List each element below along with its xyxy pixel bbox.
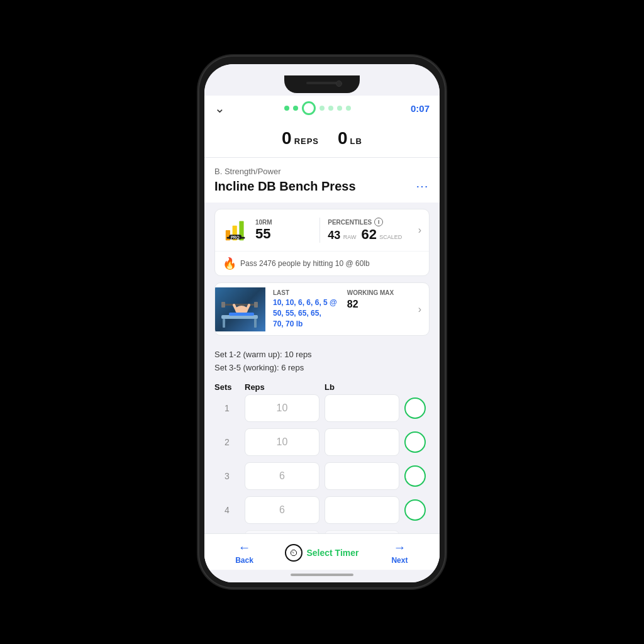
history-card[interactable]: LAST 10, 10, 6, 6, 6, 5 @50, 55, 65, 65,… [214, 282, 430, 336]
svg-rect-13 [254, 302, 258, 308]
lb-input-2[interactable] [325, 428, 399, 456]
set-number-4: 4 [214, 505, 240, 515]
notch [284, 75, 360, 93]
timer-label: Select Timer [306, 548, 358, 558]
svg-rect-7 [223, 319, 225, 328]
set-number-3: 3 [214, 471, 240, 481]
svg-line-14 [234, 305, 236, 310]
set-row-2: 2 10 [214, 428, 430, 456]
col-sets-header: Sets [214, 382, 240, 392]
lb-input-3[interactable] [325, 462, 399, 490]
raw-value: 43 [328, 229, 340, 242]
lb-input-1[interactable] [325, 394, 399, 422]
section-label: B. Strength/Power [214, 167, 430, 176]
svg-rect-10 [229, 313, 254, 316]
dot-2 [293, 106, 298, 111]
set-row-5: 5 6 [214, 530, 430, 533]
timer-display: 0:07 [411, 103, 430, 114]
back-arrow-icon: ← [238, 540, 250, 555]
working-max-value: 82 [347, 297, 394, 311]
pass-row: 🔥 Pass 2476 people by hitting 10 @ 60lb [215, 251, 429, 275]
reps-input-4[interactable]: 6 [245, 496, 319, 524]
ten-rm-section: 10RM 55 [255, 219, 312, 242]
next-nav-item[interactable]: → Next [380, 540, 418, 565]
dot-5 [328, 106, 333, 111]
progress-dots [284, 101, 351, 115]
stats-card-inner: PRO 10RM 55 PERCENTILES i [215, 209, 429, 251]
exercise-section: B. Strength/Power Incline DB Bench Press… [204, 158, 440, 203]
exercise-thumbnail [215, 287, 265, 331]
last-col: LAST 10, 10, 6, 6, 6, 5 @50, 55, 65, 65,… [273, 289, 337, 329]
info-icon[interactable]: i [374, 218, 383, 226]
select-timer-button[interactable]: ⏲ Select Timer [285, 544, 358, 562]
complete-check-2[interactable] [404, 431, 426, 453]
back-label: Back [235, 556, 253, 565]
ten-rm-value: 55 [255, 226, 312, 242]
screen-content: ⌄ 0:07 0 REPS 0 [204, 96, 440, 582]
complete-check-1[interactable] [404, 397, 426, 419]
reps-input-1[interactable]: 10 [245, 394, 319, 422]
lbs-label: LB [350, 136, 362, 146]
reps-input-2[interactable]: 10 [245, 428, 319, 456]
set-number-1: 1 [214, 403, 240, 413]
scaled-value: 62 [361, 226, 376, 242]
exercise-title: Incline DB Bench Press [214, 179, 356, 194]
lbs-stat: 0 LB [338, 128, 362, 148]
pr-icon: PRO [223, 217, 249, 243]
complete-check-3[interactable] [404, 465, 426, 487]
back-chevron[interactable]: ⌄ [214, 101, 225, 116]
phone-frame: ⌄ 0:07 0 REPS 0 [199, 57, 445, 587]
sets-line-1: Set 1-2 (warm up): 10 reps [214, 348, 430, 362]
reps-input-5[interactable]: 6 [245, 530, 319, 533]
dot-6 [337, 106, 342, 111]
pass-text: Pass 2476 people by hitting 10 @ 60lb [240, 259, 370, 268]
dot-3-active [302, 101, 316, 115]
notch-area [204, 64, 440, 96]
history-chevron-right[interactable]: › [418, 304, 429, 315]
percentile-label: PERCENTILES i [328, 218, 413, 226]
dot-4 [319, 106, 325, 111]
ten-rm-label: 10RM [255, 219, 312, 226]
vertical-divider [319, 218, 320, 243]
set-row-4: 4 6 [214, 496, 430, 524]
dot-1 [284, 106, 289, 111]
svg-rect-11 [223, 304, 257, 306]
svg-rect-12 [221, 302, 225, 308]
reps-lbs-row: 0 REPS 0 LB [204, 123, 440, 158]
col-reps-header: Reps [245, 382, 319, 392]
percentile-section: PERCENTILES i 43 RAW 62 SCALED [328, 218, 413, 243]
reps-input-3[interactable]: 6 [245, 462, 319, 490]
performance-card[interactable]: PRO 10RM 55 PERCENTILES i [214, 209, 430, 276]
bottom-nav: ← Back ⏲ Select Timer → Next [204, 533, 440, 570]
history-cols: LAST 10, 10, 6, 6, 6, 5 @50, 55, 65, 65,… [273, 289, 406, 329]
lb-input-4[interactable] [325, 496, 399, 524]
sets-table: Sets Reps Lb 1 10 2 1 [204, 377, 440, 533]
sets-line-2: Set 3-5 (working): 6 reps [214, 362, 430, 375]
speaker [306, 82, 338, 84]
history-info: LAST 10, 10, 6, 6, 6, 5 @50, 55, 65, 65,… [265, 283, 413, 335]
complete-check-4[interactable] [404, 499, 426, 521]
percentile-values: 43 RAW 62 SCALED [328, 226, 413, 243]
raw-group: 43 RAW [328, 229, 356, 242]
raw-label: RAW [343, 234, 357, 240]
gym-figure [215, 287, 265, 331]
card-chevron-right[interactable]: › [418, 225, 421, 236]
back-nav-item[interactable]: ← Back [225, 540, 263, 565]
more-button[interactable]: ⋯ [416, 179, 430, 194]
lb-input-5[interactable] [325, 530, 399, 533]
scaled-label: SCALED [379, 234, 402, 240]
last-value: 10, 10, 6, 6, 6, 5 @50, 55, 65, 65,70, 7… [273, 297, 337, 329]
reps-value: 0 [282, 128, 292, 148]
reps-stat: 0 REPS [282, 128, 319, 148]
svg-line-15 [247, 305, 249, 310]
last-label: LAST [273, 289, 337, 296]
dot-7 [346, 106, 351, 111]
reps-label: REPS [294, 136, 319, 146]
home-bar [291, 574, 353, 576]
svg-text:PRO: PRO [231, 235, 240, 240]
set-number-2: 2 [214, 437, 240, 447]
timer-icon: ⏲ [285, 544, 303, 562]
set-row-1: 1 10 [214, 394, 430, 422]
sets-table-header: Sets Reps Lb [214, 377, 430, 394]
fire-icon: 🔥 [223, 257, 236, 270]
